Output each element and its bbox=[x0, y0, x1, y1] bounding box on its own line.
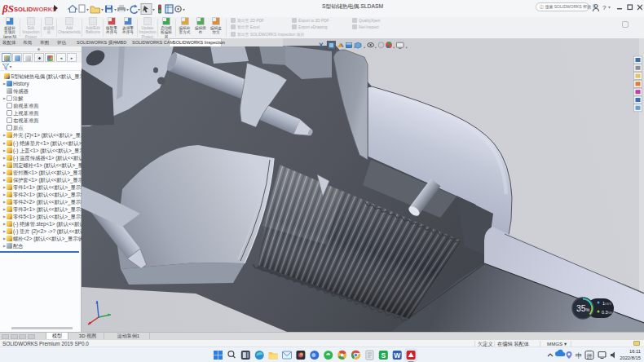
svg-text:中: 中 bbox=[576, 352, 582, 360]
svg-text:S: S bbox=[381, 351, 386, 360]
svg-text:βS: βS bbox=[2, 2, 14, 15]
svg-text:?: ? bbox=[602, 4, 607, 11]
svg-text:W: W bbox=[394, 351, 401, 360]
svg-text:拼: 拼 bbox=[587, 353, 593, 359]
svg-text:SOLIDWORKS: SOLIDWORKS bbox=[14, 6, 56, 13]
